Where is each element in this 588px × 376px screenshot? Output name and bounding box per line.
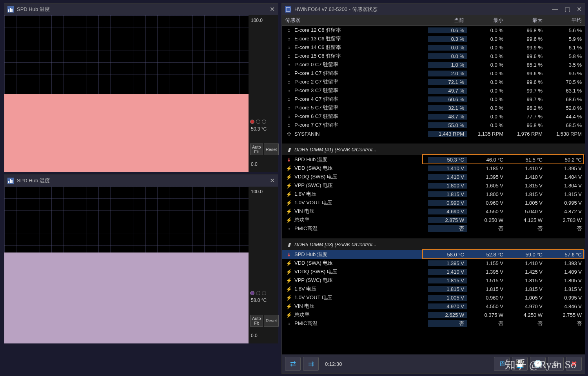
sensor-row[interactable]: ⚡VIN 电压4.690 V4.550 V5.040 V4.872 V bbox=[282, 207, 585, 216]
sensor-row[interactable]: ⚡VPP (SWC) 电压1.800 V1.605 V1.815 V1.804 … bbox=[282, 181, 585, 190]
sensor-icon: ○ bbox=[286, 226, 292, 232]
sensor-row[interactable]: ⚡VPP (SWC) 电压1.815 V1.515 V1.815 V1.805 … bbox=[282, 276, 585, 285]
header-avg[interactable]: 平均 bbox=[546, 15, 585, 25]
graph2-titlebar[interactable]: SPD Hub 温度 ✕ bbox=[4, 175, 278, 187]
sensor-row[interactable]: ○E-core 12 C6 驻留率0.6 %0.0 %96.8 %5.6 % bbox=[282, 26, 585, 35]
hwinfo-window[interactable]: HWiNFO64 v7.62-5200 - 传感器状态 — ▢ ✕ 传感器 当前… bbox=[281, 3, 585, 374]
sensor-row[interactable]: ⚡总功率2.875 W0.250 W4.125 W2.783 W bbox=[282, 216, 585, 224]
sensor-row[interactable]: ○PMIC高温否否否否 bbox=[282, 319, 585, 328]
series-dot-icon[interactable] bbox=[256, 120, 260, 124]
graph2-title: SPD Hub 温度 bbox=[17, 177, 270, 184]
maximize-icon[interactable]: ▢ bbox=[564, 6, 570, 13]
minimize-icon[interactable]: — bbox=[552, 6, 558, 13]
sensor-row[interactable]: ⚡VDD (SWA) 电压1.410 V1.185 V1.410 V1.395 … bbox=[282, 164, 585, 173]
sensor-row[interactable]: 🌡SPD Hub 温度58.0 °C52.8 °C59.0 °C57.6 °C bbox=[282, 250, 585, 259]
series-dot-icon[interactable] bbox=[250, 291, 254, 295]
header-cur[interactable]: 当前 bbox=[428, 15, 467, 25]
sensor-avg: 1.395 V bbox=[546, 165, 585, 171]
sensor-min: 0.375 W bbox=[467, 312, 506, 318]
header-sensor[interactable]: 传感器 bbox=[282, 15, 428, 25]
sensor-row[interactable]: ○P-core 7 C7 驻留率55.0 %0.0 %96.8 %68.5 % bbox=[282, 121, 585, 129]
sensor-row[interactable]: ⚡VDDQ (SWB) 电压1.410 V1.395 V1.425 V1.409… bbox=[282, 267, 585, 276]
graph2-plot[interactable] bbox=[4, 187, 249, 343]
sensor-row[interactable]: ○P-core 0 C7 驻留率1.0 %0.0 %85.1 %3.5 % bbox=[282, 60, 585, 69]
settings-button[interactable]: ⚙ bbox=[548, 357, 564, 371]
series-dot-icon[interactable] bbox=[256, 291, 260, 295]
reset-button[interactable]: Reset bbox=[264, 315, 279, 327]
graph1-ymin: 0.0 bbox=[250, 161, 276, 168]
sensor-row[interactable]: ✢SYSFANIN1,443 RPM1,135 RPM1,976 RPM1,53… bbox=[282, 129, 585, 138]
header-min[interactable]: 最小 bbox=[467, 15, 506, 25]
sensor-group[interactable]: ▮DDR5 DIMM [#3] (BANK 0/Control... bbox=[282, 238, 585, 250]
series-dot-icon[interactable] bbox=[262, 120, 266, 124]
monitor-button[interactable]: 🖥 bbox=[494, 357, 510, 371]
sensor-max: 否 bbox=[506, 320, 546, 327]
graph-window-2[interactable]: SPD Hub 温度 ✕ 100.0 58.0 °C Auto Fit Rese… bbox=[4, 174, 278, 343]
sensor-cur: 2.875 W bbox=[428, 217, 467, 223]
close-icon[interactable]: ✕ bbox=[270, 6, 275, 13]
sensor-row[interactable]: ○E-core 14 C6 驻留率0.0 %0.0 %99.9 %6.1 % bbox=[282, 43, 585, 52]
sensor-name: 1.0V VOUT 电压 bbox=[294, 199, 428, 206]
sensor-avg: 4.846 V bbox=[546, 303, 585, 309]
header-max[interactable]: 最大 bbox=[506, 15, 546, 25]
series-dot-icon[interactable] bbox=[262, 291, 266, 295]
sensor-row[interactable]: ○PMIC高温否否否否 bbox=[282, 224, 585, 233]
sensor-row[interactable]: ⚡总功率2.625 W0.375 W4.250 W2.755 W bbox=[282, 311, 585, 319]
sensor-icon: ○ bbox=[286, 36, 292, 42]
close-button[interactable]: ✖ bbox=[566, 357, 582, 371]
sensor-row[interactable]: ⚡1.0V VOUT 电压1.005 V0.960 V1.005 V0.995 … bbox=[282, 293, 585, 302]
sensor-avg: 否 bbox=[546, 320, 585, 327]
sensor-row[interactable]: ○P-core 1 C7 驻留率2.0 %0.0 %99.6 %9.5 % bbox=[282, 69, 585, 78]
sensor-row[interactable]: ⚡VDD (SWA) 电压1.395 V1.155 V1.410 V1.393 … bbox=[282, 259, 585, 267]
clock-button[interactable]: 🕐 bbox=[530, 357, 546, 371]
sensor-min: 4.550 V bbox=[467, 303, 506, 309]
sensor-row[interactable]: ⚡VIN 电压4.970 V4.550 V4.970 V4.846 V bbox=[282, 302, 585, 311]
sensor-row[interactable]: ○E-core 13 C6 驻留率0.3 %0.0 %99.6 %5.9 % bbox=[282, 35, 585, 43]
sensor-avg: 1.393 V bbox=[546, 260, 585, 266]
svg-rect-1 bbox=[8, 9, 9, 12]
sensor-group[interactable]: ▮DDR5 DIMM [#1] (BANK 0/Control... bbox=[282, 143, 585, 155]
sensor-icon: ⚡ bbox=[286, 269, 292, 275]
sensor-header[interactable]: 传感器 当前 最小 最大 平均 bbox=[282, 15, 585, 26]
sensor-name: 1.8V 电压 bbox=[294, 285, 428, 292]
graph1-ymax: 100.0 bbox=[250, 17, 276, 24]
graph1-titlebar[interactable]: SPD Hub 温度 ✕ bbox=[4, 4, 278, 15]
graph-window-1[interactable]: SPD Hub 温度 ✕ 100.0 50.3 °C Auto Fit Rese… bbox=[4, 3, 278, 172]
sensor-icon: ○ bbox=[286, 79, 292, 85]
sensor-row[interactable]: ○P-core 6 C7 驻留率48.7 %0.0 %77.7 %44.4 % bbox=[282, 112, 585, 121]
series-dot-icon[interactable] bbox=[250, 120, 254, 124]
sensor-row[interactable]: 🌡SPD Hub 温度50.3 °C46.0 °C51.5 °C50.2 °C bbox=[282, 155, 585, 164]
autofit-button[interactable]: Auto Fit bbox=[250, 315, 263, 327]
sensor-row[interactable]: ○P-core 4 C7 驻留率60.6 %0.0 %99.7 %68.6 % bbox=[282, 95, 585, 104]
hwinfo-title: HWiNFO64 v7.62-5200 - 传感器状态 bbox=[294, 6, 552, 13]
nav-right-button[interactable]: ⇉ bbox=[303, 357, 319, 371]
sensor-icon: ⚡ bbox=[286, 174, 292, 180]
hwinfo-titlebar[interactable]: HWiNFO64 v7.62-5200 - 传感器状态 — ▢ ✕ bbox=[282, 4, 585, 15]
sensor-row[interactable]: ○P-core 3 C7 驻留率49.7 %0.0 %99.7 %63.1 % bbox=[282, 86, 585, 95]
sensor-row[interactable]: ⚡1.0V VOUT 电压0.990 V0.960 V1.005 V0.995 … bbox=[282, 198, 585, 207]
save-button[interactable]: 💾 bbox=[512, 357, 528, 371]
sensor-row[interactable]: ○E-core 15 C6 驻留率0.0 %0.0 %99.6 %5.8 % bbox=[282, 52, 585, 60]
reset-button[interactable]: Reset bbox=[264, 143, 279, 155]
sensor-avg: 4.872 V bbox=[546, 209, 585, 214]
close-icon[interactable]: ✕ bbox=[270, 178, 275, 184]
autofit-button[interactable]: Auto Fit bbox=[250, 143, 263, 155]
sensor-avg: 1.409 V bbox=[546, 269, 585, 275]
close-icon[interactable]: ✕ bbox=[577, 6, 582, 13]
nav-left-button[interactable]: ⇄ bbox=[285, 357, 301, 371]
graph1-plot[interactable] bbox=[4, 15, 249, 172]
sensor-name: 1.8V 电压 bbox=[294, 191, 428, 198]
sensor-row[interactable]: ○P-core 5 C7 驻留率32.1 %0.0 %96.2 %52.8 % bbox=[282, 104, 585, 112]
sensor-max: 99.7 % bbox=[506, 96, 546, 102]
sensor-body[interactable]: ○E-core 12 C6 驻留率0.6 %0.0 %96.8 %5.6 %○E… bbox=[282, 26, 585, 354]
sensor-row[interactable]: ⚡VDDQ (SWB) 电压1.410 V1.395 V1.410 V1.404… bbox=[282, 173, 585, 181]
sensor-avg: 57.6 °C bbox=[546, 252, 585, 258]
sensor-row[interactable]: ○P-core 2 C7 驻留率72.1 %0.0 %99.6 %70.5 % bbox=[282, 78, 585, 86]
sensor-avg: 0.995 V bbox=[546, 295, 585, 301]
sensor-row[interactable]: ⚡1.8V 电压1.815 V1.800 V1.815 V1.815 V bbox=[282, 190, 585, 198]
sensor-cur: 1,443 RPM bbox=[428, 131, 467, 137]
sensor-avg: 1.815 V bbox=[546, 286, 585, 292]
sensor-row[interactable]: ⚡1.8V 电压1.815 V1.815 V1.815 V1.815 V bbox=[282, 285, 585, 293]
sensor-icon: ⚡ bbox=[286, 200, 292, 206]
sensor-icon: ⚡ bbox=[286, 278, 292, 283]
